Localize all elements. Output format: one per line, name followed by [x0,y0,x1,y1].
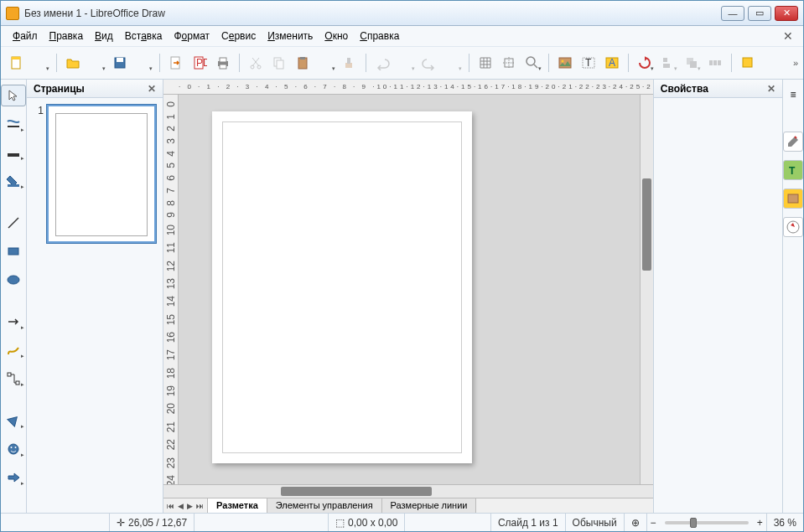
cut-button[interactable] [245,52,267,74]
pages-list[interactable]: 1 [27,98,163,513]
line-color-tool[interactable] [1,142,26,163]
menu-format[interactable]: Формат [169,28,215,44]
select-tool[interactable] [1,85,26,106]
menu-edit[interactable]: Правка [44,28,89,44]
zoom-in-button[interactable]: + [757,517,763,529]
sidebar-properties-tab[interactable] [783,132,803,152]
last-page-button[interactable]: ⏭ [196,502,204,510]
shadow-button[interactable] [737,52,759,74]
zoom-button[interactable] [521,52,543,74]
zoom-out-button[interactable]: − [651,517,656,529]
sidebar-gallery-tab[interactable] [783,189,803,209]
redo-dropdown[interactable] [442,52,464,74]
status-page-style[interactable]: Обычный [566,514,625,531]
save-button[interactable] [109,52,131,74]
menu-file[interactable]: Файл [8,28,43,44]
line-style-tool[interactable] [1,113,26,135]
grid-button[interactable] [475,52,496,74]
size-icon: ⬚ [335,517,345,529]
next-page-button[interactable]: ▶ [187,502,193,510]
save-dropdown[interactable] [132,52,154,74]
block-arrows-tool[interactable] [1,467,26,488]
properties-panel-close-button[interactable]: ✕ [767,83,775,95]
page-preview[interactable] [47,105,156,243]
helplines-button[interactable] [498,52,520,74]
line-tool[interactable] [1,212,26,234]
align-button[interactable] [657,52,679,74]
svg-rect-15 [300,57,305,59]
menu-tools[interactable]: Сервис [216,28,261,44]
curve-tool[interactable] [1,339,26,361]
sidebar-navigator-tab[interactable] [783,217,803,237]
app-icon [6,7,19,20]
vertical-scrollbar[interactable] [640,95,653,484]
sidebar-settings-button[interactable]: ≡ [783,85,803,105]
menu-insert[interactable]: Вставка [120,28,168,44]
svg-text:T: T [789,165,796,177]
insert-textbox-button[interactable]: T [578,52,599,74]
connector-tool[interactable] [1,368,26,390]
new-doc-button[interactable] [6,52,28,74]
toolbar-overflow-button[interactable]: » [793,58,798,68]
basic-shapes-tool[interactable] [1,410,26,431]
lines-arrows-tool[interactable] [1,311,26,333]
svg-rect-31 [713,60,717,65]
drawing-canvas[interactable] [179,95,640,484]
new-doc-dropdown[interactable] [29,52,51,74]
ellipse-tool[interactable] [1,269,26,291]
tab-layout[interactable]: Разметка [208,498,267,513]
export-pdf-button[interactable]: PDF [189,52,210,74]
symbol-shapes-tool[interactable] [1,438,26,460]
maximize-button[interactable]: ▭ [748,6,771,21]
menu-view[interactable]: Вид [90,28,118,44]
close-document-button[interactable]: ✕ [780,29,796,43]
minimize-button[interactable]: — [721,6,744,21]
tab-dimension-lines[interactable]: Размерные линии [382,498,477,513]
insert-image-button[interactable] [554,52,576,74]
rectangle-tool[interactable] [1,240,26,262]
menu-help[interactable]: Справка [355,28,404,44]
sidebar-styles-tab[interactable]: T [783,160,803,180]
page-thumbnail[interactable]: 1 [34,105,156,243]
horizontal-scrollbar[interactable] [163,484,653,498]
clone-formatting-button[interactable] [339,52,361,74]
menu-modify[interactable]: Изменить [262,28,318,44]
area-fill-tool[interactable] [1,170,26,192]
sidebar-tabs: ≡ T [782,80,803,513]
vertical-ruler[interactable]: 0123456789101112131415161718192021222324… [163,95,179,484]
first-page-button[interactable]: ⏮ [167,502,174,510]
print-button[interactable] [212,52,234,74]
svg-rect-17 [347,58,350,64]
tab-controls[interactable]: Элементы управления [267,498,382,513]
status-slide-number[interactable]: Слайд 1 из 1 [491,514,566,531]
zoom-fit-button[interactable]: ⊕ [625,514,647,531]
horizontal-ruler[interactable]: · 0 · 1 · 2 · 3 · 4 · 5 · 6 · 7 · 8 · 9 … [163,80,653,95]
copy-button[interactable] [268,52,290,74]
paste-dropdown[interactable] [315,52,337,74]
undo-dropdown[interactable] [395,52,417,74]
zoom-slider[interactable] [665,521,749,524]
arrange-button[interactable] [681,52,703,74]
fontwork-button[interactable]: A [601,52,623,74]
export-button[interactable] [165,52,187,74]
window-title: Без имени 1 - LibreOffice Draw [24,8,721,19]
open-button[interactable] [62,52,84,74]
menu-window[interactable]: Окно [319,28,353,44]
paste-button[interactable] [292,52,314,74]
close-window-button[interactable]: ✕ [775,6,798,21]
transformations-button[interactable] [634,52,656,74]
svg-rect-29 [690,61,697,68]
zoom-percentage[interactable]: 36 % [766,514,803,531]
undo-button[interactable] [371,52,393,74]
distribute-button[interactable] [704,52,726,74]
redo-button[interactable] [418,52,440,74]
svg-point-42 [15,447,17,448]
crosshair-icon: ✛ [117,517,125,529]
svg-rect-3 [117,58,123,62]
prev-page-button[interactable]: ◀ [178,502,184,510]
svg-rect-35 [8,184,19,187]
open-dropdown[interactable] [86,52,107,74]
svg-rect-26 [663,58,667,62]
pages-panel-close-button[interactable]: ✕ [148,83,156,95]
page-surface[interactable] [212,111,472,463]
